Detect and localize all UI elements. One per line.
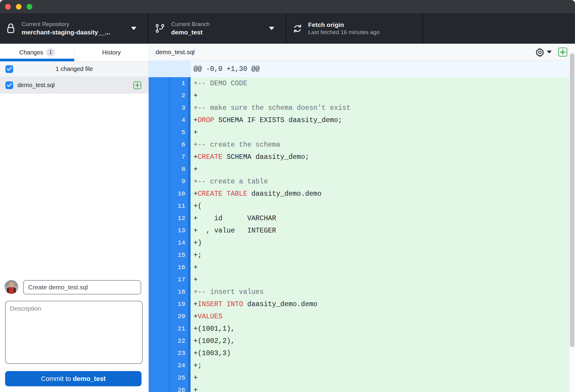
titlebar bbox=[0, 0, 575, 13]
diff-line-code: +-- create the schema bbox=[191, 139, 569, 151]
diff-line-number[interactable]: 9 bbox=[170, 175, 188, 188]
diff-gutter-band bbox=[188, 102, 191, 114]
code-segment-plain: + bbox=[194, 386, 198, 392]
code-segment-plain: +(1003,3) bbox=[194, 350, 231, 357]
diff-gutter-old[interactable] bbox=[149, 249, 169, 261]
added-plus-icon[interactable] bbox=[558, 48, 567, 57]
diff-gutter-old[interactable] bbox=[149, 151, 169, 163]
diff-gutter-band bbox=[188, 224, 191, 237]
diff-gutter-old[interactable] bbox=[149, 114, 169, 126]
app-window: Current Repository merchant-staging-daas… bbox=[0, 0, 575, 392]
diff-line-number[interactable]: 26 bbox=[170, 384, 188, 392]
diff-gutter-old[interactable] bbox=[149, 359, 169, 372]
diff-gutter-old[interactable] bbox=[149, 89, 169, 102]
scrollbar-thumb[interactable] bbox=[570, 53, 574, 347]
diff-line-number[interactable]: 12 bbox=[170, 212, 188, 224]
include-all-checkbox[interactable] bbox=[5, 65, 13, 73]
fetch-origin-title: Fetch origin bbox=[308, 21, 380, 29]
diff-gutter-old[interactable] bbox=[149, 335, 169, 347]
diff-gutter-old[interactable] bbox=[149, 347, 169, 359]
commit-description-input[interactable] bbox=[6, 301, 142, 363]
diff-row: 4+DROP SCHEMA IF EXISTS daasity_demo; bbox=[149, 114, 569, 126]
code-segment-keyword: CREATE TABLE bbox=[198, 190, 247, 198]
diff-gutter-old[interactable] bbox=[149, 310, 169, 323]
diff-gutter-old[interactable] bbox=[149, 298, 169, 310]
hunk-header-text: @@ -0,0 +1,30 @@ bbox=[191, 61, 569, 77]
diff-gutter-band bbox=[188, 237, 191, 249]
diff-gutter-band bbox=[188, 126, 191, 139]
fetch-origin-button[interactable]: Fetch origin Last fetched 16 minutes ago bbox=[286, 13, 423, 44]
diff-options-button[interactable] bbox=[535, 48, 552, 57]
diff-line-number[interactable]: 20 bbox=[170, 310, 188, 323]
diff-line-number[interactable]: 2 bbox=[170, 89, 188, 102]
close-window-button[interactable] bbox=[5, 4, 11, 10]
diff-row: 22+(1002,2), bbox=[149, 335, 569, 347]
commit-summary-input[interactable] bbox=[23, 280, 141, 294]
diff-line-number[interactable]: 14 bbox=[170, 237, 188, 249]
diff-gutter-old[interactable] bbox=[149, 274, 169, 286]
file-row-demo-test-sql[interactable]: demo_test.sql bbox=[0, 77, 148, 94]
changes-count-badge: 1 bbox=[46, 48, 55, 57]
diff-gutter-band bbox=[188, 212, 191, 224]
diff-line-code: +-- make sure the schema doesn't exist bbox=[191, 102, 569, 114]
diff-line-number[interactable]: 13 bbox=[170, 224, 188, 237]
diff-scrollbar bbox=[569, 44, 575, 392]
diff-line-number[interactable]: 17 bbox=[170, 274, 188, 286]
diff-rows: 1+-- DEMO CODE2+3+-- make sure the schem… bbox=[149, 77, 569, 392]
diff-row: 24+; bbox=[149, 359, 569, 372]
diff-line-number[interactable]: 21 bbox=[170, 323, 188, 335]
diff-gutter-old[interactable] bbox=[149, 77, 169, 89]
diff-row: 19+INSERT INTO daasity_demo.demo bbox=[149, 298, 569, 310]
diff-line-number[interactable]: 7 bbox=[170, 151, 188, 163]
minimize-window-button[interactable] bbox=[16, 4, 22, 10]
current-repository-button[interactable]: Current Repository merchant-staging-daas… bbox=[0, 13, 148, 44]
diff-gutter-band bbox=[188, 310, 191, 323]
diff-gutter-old[interactable] bbox=[149, 175, 169, 188]
code-segment-plain: +; bbox=[194, 251, 202, 259]
diff-line-number[interactable]: 8 bbox=[170, 163, 188, 175]
diff-gutter-old[interactable] bbox=[149, 163, 169, 175]
diff-line-number[interactable]: 24 bbox=[170, 359, 188, 372]
diff-line-number[interactable]: 6 bbox=[170, 139, 188, 151]
diff-gutter-old[interactable] bbox=[149, 102, 169, 114]
diff-line-number[interactable]: 25 bbox=[170, 372, 188, 384]
code-segment-comment: +-- create the schema bbox=[194, 141, 280, 149]
diff-line-number[interactable]: 15 bbox=[170, 249, 188, 261]
diff-gutter-old[interactable] bbox=[149, 261, 169, 274]
diff-gutter-band bbox=[188, 200, 191, 212]
diff-gutter-old[interactable] bbox=[149, 224, 169, 237]
diff-line-number[interactable]: 19 bbox=[170, 298, 188, 310]
chevron-down-icon bbox=[131, 27, 136, 30]
code-segment-plain: + , value INTEGER bbox=[194, 227, 276, 235]
diff-gutter-old[interactable] bbox=[149, 323, 169, 335]
current-branch-button[interactable]: Current Branch demo_test bbox=[148, 13, 286, 44]
diff-line-number[interactable]: 22 bbox=[170, 335, 188, 347]
diff-gutter-old[interactable] bbox=[149, 139, 169, 151]
include-file-checkbox[interactable] bbox=[5, 81, 13, 89]
diff-line-number[interactable]: 5 bbox=[170, 126, 188, 139]
diff-line-number[interactable]: 1 bbox=[170, 77, 188, 89]
diff-gutter-old[interactable] bbox=[149, 126, 169, 139]
diff-gutter-old[interactable] bbox=[149, 237, 169, 249]
tab-changes[interactable]: Changes 1 bbox=[0, 44, 74, 61]
commit-button[interactable]: Commit to demo_test bbox=[5, 371, 142, 386]
zoom-window-button[interactable] bbox=[27, 4, 32, 10]
diff-gutter-old[interactable] bbox=[149, 286, 169, 298]
diff-line-number[interactable]: 11 bbox=[170, 200, 188, 212]
diff-gutter-old[interactable] bbox=[149, 384, 169, 392]
diff-gutter-band bbox=[188, 139, 191, 151]
code-segment-plain: + bbox=[194, 165, 198, 173]
diff-line-number[interactable]: 3 bbox=[170, 102, 188, 114]
diff-line-number[interactable]: 18 bbox=[170, 286, 188, 298]
diff-line-number[interactable]: 4 bbox=[170, 114, 188, 126]
diff-line-number[interactable]: 23 bbox=[170, 347, 188, 359]
tab-history[interactable]: History bbox=[74, 44, 148, 61]
diff-gutter-old[interactable] bbox=[149, 372, 169, 384]
diff-row: 13+ , value INTEGER bbox=[149, 224, 569, 237]
diff-line-number[interactable]: 10 bbox=[170, 188, 188, 200]
diff-gutter-old[interactable] bbox=[149, 188, 169, 200]
code-segment-keyword: CREATE bbox=[198, 153, 223, 161]
diff-gutter-old[interactable] bbox=[149, 200, 169, 212]
diff-line-number[interactable]: 16 bbox=[170, 261, 188, 274]
diff-gutter-old[interactable] bbox=[149, 212, 169, 224]
